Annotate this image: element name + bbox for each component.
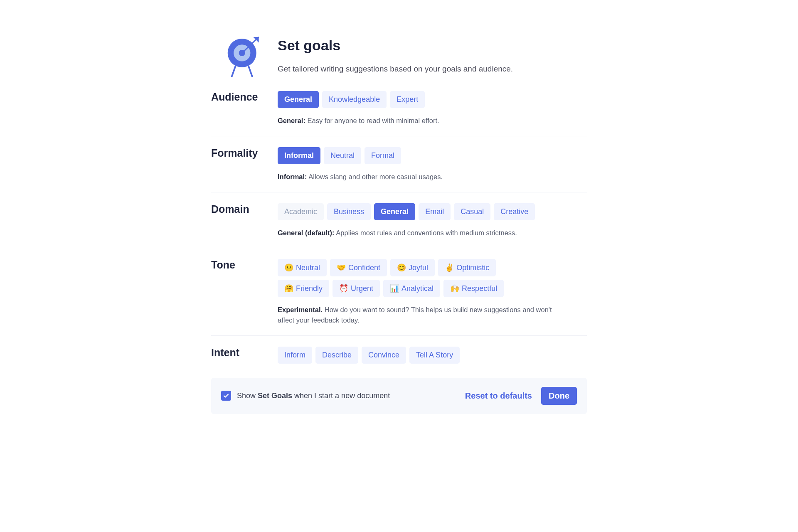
tone-option-analytical[interactable]: 📊Analytical <box>383 280 440 297</box>
intent-option-describe[interactable]: Describe <box>315 347 358 364</box>
intent-option-inform[interactable]: Inform <box>278 347 312 364</box>
domain-option-general[interactable]: General <box>374 203 415 220</box>
formality-description: Informal: Allows slang and other more ca… <box>278 172 587 182</box>
section-formality: Formality Informal Neutral Formal Inform… <box>211 136 587 192</box>
done-button[interactable]: Done <box>541 387 577 405</box>
domain-option-creative[interactable]: Creative <box>494 203 535 220</box>
dialog-title: Set goals <box>278 37 587 54</box>
audience-options: General Knowledgeable Expert <box>278 91 587 108</box>
set-goals-dialog: Set goals Get tailored writing suggestio… <box>211 27 587 414</box>
intent-options: Inform Describe Convince Tell A Story <box>278 347 587 364</box>
formality-option-formal[interactable]: Formal <box>365 147 401 164</box>
audience-option-general[interactable]: General <box>278 91 319 108</box>
tone-options: 😐Neutral 🤝Confident 😊Joyful ✌️Optimistic… <box>278 259 519 297</box>
svg-line-4 <box>232 66 236 77</box>
tone-option-neutral[interactable]: 😐Neutral <box>278 259 327 276</box>
tone-label: Tone <box>211 259 278 271</box>
clock-icon: ⏰ <box>339 284 348 293</box>
header-text: Set goals Get tailored writing suggestio… <box>278 35 587 74</box>
intent-label: Intent <box>211 347 278 359</box>
formality-desc-text: Allows slang and other more casual usage… <box>307 173 443 180</box>
formality-options: Informal Neutral Formal <box>278 147 587 164</box>
raised-hands-icon: 🙌 <box>450 284 459 293</box>
tone-option-joyful[interactable]: 😊Joyful <box>390 259 435 276</box>
section-tone: Tone 😐Neutral 🤝Confident 😊Joyful ✌️Optim… <box>211 248 587 335</box>
audience-label: Audience <box>211 91 278 103</box>
section-audience: Audience General Knowledgeable Expert Ge… <box>211 80 587 136</box>
domain-description: General (default): Applies most rules an… <box>278 228 587 238</box>
domain-label: Domain <box>211 203 278 215</box>
audience-option-knowledgeable[interactable]: Knowledgeable <box>322 91 387 108</box>
domain-desc-label: General (default): <box>278 229 335 236</box>
domain-option-casual[interactable]: Casual <box>454 203 490 220</box>
domain-desc-text: Applies most rules and conventions with … <box>335 229 517 236</box>
chart-icon: 📊 <box>390 284 399 293</box>
audience-desc-label: General: <box>278 117 305 124</box>
tone-option-confident[interactable]: 🤝Confident <box>330 259 387 276</box>
domain-option-email[interactable]: Email <box>419 203 451 220</box>
intent-option-convince[interactable]: Convince <box>362 347 406 364</box>
tone-desc-label: Experimental. <box>278 306 323 313</box>
show-set-goals-checkbox[interactable] <box>221 391 231 401</box>
hug-icon: 🤗 <box>284 284 293 293</box>
section-domain: Domain Academic Business General Email C… <box>211 192 587 248</box>
dialog-footer: Show Set Goals when I start a new docume… <box>211 378 587 414</box>
check-icon <box>223 392 229 399</box>
audience-desc-text: Easy for anyone to read with minimal eff… <box>305 117 439 124</box>
dialog-header: Set goals Get tailored writing suggestio… <box>211 27 587 80</box>
audience-option-expert[interactable]: Expert <box>390 91 425 108</box>
tone-option-respectful[interactable]: 🙌Respectful <box>443 280 504 297</box>
tone-option-urgent[interactable]: ⏰Urgent <box>332 280 380 297</box>
reset-to-defaults-button[interactable]: Reset to defaults <box>465 391 532 401</box>
domain-option-academic[interactable]: Academic <box>278 203 324 220</box>
show-set-goals-label: Show Set Goals when I start a new docume… <box>237 392 390 400</box>
domain-options: Academic Business General Email Casual C… <box>278 203 587 220</box>
smile-icon: 😊 <box>397 264 406 272</box>
tone-option-friendly[interactable]: 🤗Friendly <box>278 280 329 297</box>
section-intent: Intent Inform Describe Convince Tell A S… <box>211 335 587 378</box>
neutral-face-icon: 😐 <box>284 264 293 272</box>
formality-desc-label: Informal: <box>278 173 307 180</box>
formality-option-informal[interactable]: Informal <box>278 147 320 164</box>
target-icon <box>224 35 264 80</box>
handshake-icon: 🤝 <box>337 264 346 272</box>
header-icon-column <box>211 35 278 80</box>
tone-option-optimistic[interactable]: ✌️Optimistic <box>438 259 496 276</box>
peace-icon: ✌️ <box>445 264 454 272</box>
formality-label: Formality <box>211 147 278 159</box>
dialog-subtitle: Get tailored writing suggestions based o… <box>278 64 587 74</box>
domain-option-business[interactable]: Business <box>327 203 371 220</box>
svg-line-5 <box>249 66 253 77</box>
intent-option-tell-a-story[interactable]: Tell A Story <box>409 347 460 364</box>
formality-option-neutral[interactable]: Neutral <box>324 147 361 164</box>
tone-description: Experimental. How do you want to sound? … <box>278 305 560 325</box>
audience-description: General: Easy for anyone to read with mi… <box>278 116 587 126</box>
